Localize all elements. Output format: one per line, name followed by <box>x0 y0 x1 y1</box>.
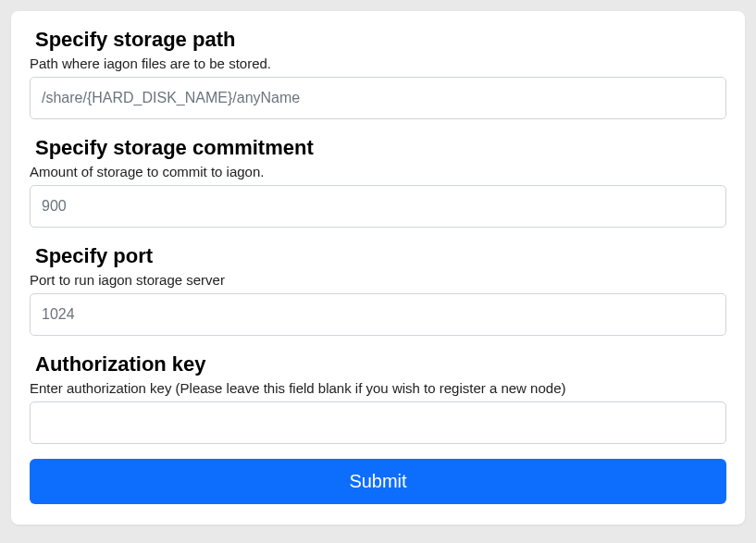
auth-key-description: Enter authorization key (Please leave th… <box>30 380 726 396</box>
storage-commitment-input[interactable] <box>30 185 726 228</box>
storage-commitment-group: Specify storage commitment Amount of sto… <box>30 136 726 228</box>
port-input[interactable] <box>30 293 726 336</box>
port-description: Port to run iagon storage server <box>30 272 726 288</box>
port-title: Specify port <box>35 244 726 268</box>
submit-button[interactable]: Submit <box>30 459 726 504</box>
auth-key-group: Authorization key Enter authorization ke… <box>30 352 726 444</box>
port-group: Specify port Port to run iagon storage s… <box>30 244 726 336</box>
storage-commitment-description: Amount of storage to commit to iagon. <box>30 164 726 179</box>
config-card: Specify storage path Path where iagon fi… <box>11 11 745 524</box>
storage-path-description: Path where iagon files are to be stored. <box>30 56 726 71</box>
storage-path-title: Specify storage path <box>35 28 726 52</box>
storage-path-group: Specify storage path Path where iagon fi… <box>30 28 726 119</box>
storage-path-input[interactable] <box>30 77 726 119</box>
auth-key-title: Authorization key <box>35 352 726 376</box>
auth-key-input[interactable] <box>30 401 726 444</box>
storage-commitment-title: Specify storage commitment <box>35 136 726 160</box>
